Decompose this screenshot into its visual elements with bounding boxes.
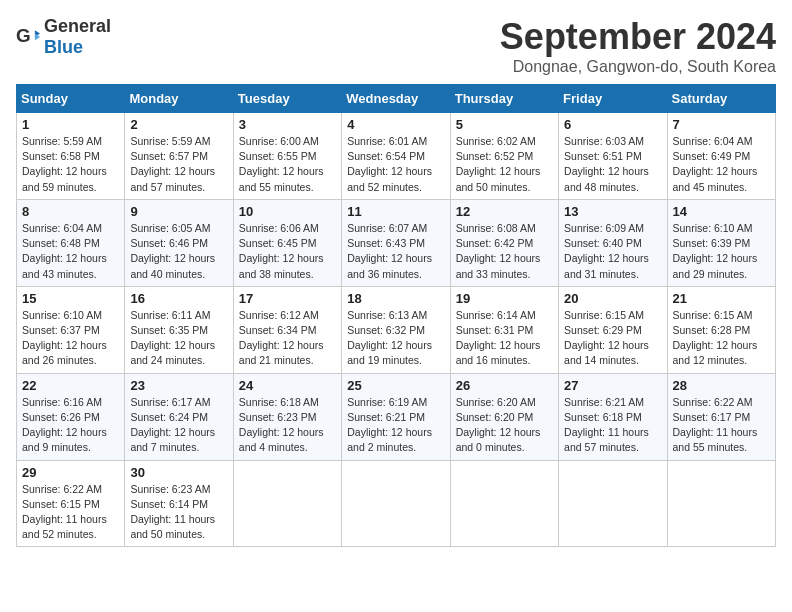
logo-icon: G bbox=[16, 25, 40, 49]
calendar-cell: 11Sunrise: 6:07 AMSunset: 6:43 PMDayligh… bbox=[342, 199, 450, 286]
calendar-cell: 13Sunrise: 6:09 AMSunset: 6:40 PMDayligh… bbox=[559, 199, 667, 286]
day-number: 1 bbox=[22, 117, 119, 132]
day-number: 21 bbox=[673, 291, 770, 306]
day-info: Sunrise: 6:04 AMSunset: 6:48 PMDaylight:… bbox=[22, 221, 119, 282]
calendar-cell: 26Sunrise: 6:20 AMSunset: 6:20 PMDayligh… bbox=[450, 373, 558, 460]
day-info: Sunrise: 6:18 AMSunset: 6:23 PMDaylight:… bbox=[239, 395, 336, 456]
day-number: 12 bbox=[456, 204, 553, 219]
day-info: Sunrise: 6:01 AMSunset: 6:54 PMDaylight:… bbox=[347, 134, 444, 195]
day-info: Sunrise: 6:23 AMSunset: 6:14 PMDaylight:… bbox=[130, 482, 227, 543]
calendar-cell bbox=[667, 460, 775, 547]
day-number: 24 bbox=[239, 378, 336, 393]
svg-text:G: G bbox=[16, 25, 31, 46]
calendar-cell bbox=[342, 460, 450, 547]
calendar-cell: 23Sunrise: 6:17 AMSunset: 6:24 PMDayligh… bbox=[125, 373, 233, 460]
day-number: 6 bbox=[564, 117, 661, 132]
month-title: September 2024 bbox=[500, 16, 776, 58]
calendar-cell: 7Sunrise: 6:04 AMSunset: 6:49 PMDaylight… bbox=[667, 113, 775, 200]
column-header-thursday: Thursday bbox=[450, 85, 558, 113]
day-number: 20 bbox=[564, 291, 661, 306]
day-number: 29 bbox=[22, 465, 119, 480]
day-number: 28 bbox=[673, 378, 770, 393]
day-info: Sunrise: 6:09 AMSunset: 6:40 PMDaylight:… bbox=[564, 221, 661, 282]
column-header-sunday: Sunday bbox=[17, 85, 125, 113]
day-info: Sunrise: 6:10 AMSunset: 6:37 PMDaylight:… bbox=[22, 308, 119, 369]
calendar-week-3: 15Sunrise: 6:10 AMSunset: 6:37 PMDayligh… bbox=[17, 286, 776, 373]
column-header-monday: Monday bbox=[125, 85, 233, 113]
calendar-cell: 29Sunrise: 6:22 AMSunset: 6:15 PMDayligh… bbox=[17, 460, 125, 547]
day-number: 13 bbox=[564, 204, 661, 219]
calendar-cell bbox=[450, 460, 558, 547]
calendar-header-row: SundayMondayTuesdayWednesdayThursdayFrid… bbox=[17, 85, 776, 113]
day-number: 19 bbox=[456, 291, 553, 306]
day-number: 3 bbox=[239, 117, 336, 132]
calendar-cell: 9Sunrise: 6:05 AMSunset: 6:46 PMDaylight… bbox=[125, 199, 233, 286]
day-info: Sunrise: 6:15 AMSunset: 6:28 PMDaylight:… bbox=[673, 308, 770, 369]
calendar-cell: 10Sunrise: 6:06 AMSunset: 6:45 PMDayligh… bbox=[233, 199, 341, 286]
day-info: Sunrise: 6:12 AMSunset: 6:34 PMDaylight:… bbox=[239, 308, 336, 369]
day-info: Sunrise: 6:17 AMSunset: 6:24 PMDaylight:… bbox=[130, 395, 227, 456]
calendar-cell: 12Sunrise: 6:08 AMSunset: 6:42 PMDayligh… bbox=[450, 199, 558, 286]
day-number: 17 bbox=[239, 291, 336, 306]
calendar-cell: 22Sunrise: 6:16 AMSunset: 6:26 PMDayligh… bbox=[17, 373, 125, 460]
column-header-wednesday: Wednesday bbox=[342, 85, 450, 113]
calendar-cell: 19Sunrise: 6:14 AMSunset: 6:31 PMDayligh… bbox=[450, 286, 558, 373]
calendar-cell: 28Sunrise: 6:22 AMSunset: 6:17 PMDayligh… bbox=[667, 373, 775, 460]
column-header-saturday: Saturday bbox=[667, 85, 775, 113]
calendar-cell: 24Sunrise: 6:18 AMSunset: 6:23 PMDayligh… bbox=[233, 373, 341, 460]
day-number: 26 bbox=[456, 378, 553, 393]
day-number: 7 bbox=[673, 117, 770, 132]
calendar-week-4: 22Sunrise: 6:16 AMSunset: 6:26 PMDayligh… bbox=[17, 373, 776, 460]
calendar-cell: 5Sunrise: 6:02 AMSunset: 6:52 PMDaylight… bbox=[450, 113, 558, 200]
day-info: Sunrise: 6:08 AMSunset: 6:42 PMDaylight:… bbox=[456, 221, 553, 282]
day-number: 18 bbox=[347, 291, 444, 306]
day-info: Sunrise: 6:07 AMSunset: 6:43 PMDaylight:… bbox=[347, 221, 444, 282]
calendar-cell: 6Sunrise: 6:03 AMSunset: 6:51 PMDaylight… bbox=[559, 113, 667, 200]
title-area: September 2024 Dongnae, Gangwon-do, Sout… bbox=[500, 16, 776, 76]
day-number: 10 bbox=[239, 204, 336, 219]
day-info: Sunrise: 5:59 AMSunset: 6:58 PMDaylight:… bbox=[22, 134, 119, 195]
day-number: 11 bbox=[347, 204, 444, 219]
calendar-cell: 18Sunrise: 6:13 AMSunset: 6:32 PMDayligh… bbox=[342, 286, 450, 373]
day-info: Sunrise: 6:02 AMSunset: 6:52 PMDaylight:… bbox=[456, 134, 553, 195]
day-info: Sunrise: 6:03 AMSunset: 6:51 PMDaylight:… bbox=[564, 134, 661, 195]
day-info: Sunrise: 5:59 AMSunset: 6:57 PMDaylight:… bbox=[130, 134, 227, 195]
calendar-cell: 1Sunrise: 5:59 AMSunset: 6:58 PMDaylight… bbox=[17, 113, 125, 200]
logo: G General Blue bbox=[16, 16, 111, 58]
day-number: 15 bbox=[22, 291, 119, 306]
day-info: Sunrise: 6:04 AMSunset: 6:49 PMDaylight:… bbox=[673, 134, 770, 195]
day-info: Sunrise: 6:00 AMSunset: 6:55 PMDaylight:… bbox=[239, 134, 336, 195]
day-number: 30 bbox=[130, 465, 227, 480]
header: G General Blue September 2024 Dongnae, G… bbox=[16, 16, 776, 76]
day-info: Sunrise: 6:13 AMSunset: 6:32 PMDaylight:… bbox=[347, 308, 444, 369]
calendar-cell bbox=[233, 460, 341, 547]
day-number: 2 bbox=[130, 117, 227, 132]
calendar-body: 1Sunrise: 5:59 AMSunset: 6:58 PMDaylight… bbox=[17, 113, 776, 547]
day-info: Sunrise: 6:19 AMSunset: 6:21 PMDaylight:… bbox=[347, 395, 444, 456]
day-info: Sunrise: 6:05 AMSunset: 6:46 PMDaylight:… bbox=[130, 221, 227, 282]
day-number: 27 bbox=[564, 378, 661, 393]
calendar-cell: 8Sunrise: 6:04 AMSunset: 6:48 PMDaylight… bbox=[17, 199, 125, 286]
day-info: Sunrise: 6:22 AMSunset: 6:17 PMDaylight:… bbox=[673, 395, 770, 456]
location-title: Dongnae, Gangwon-do, South Korea bbox=[500, 58, 776, 76]
calendar-cell: 14Sunrise: 6:10 AMSunset: 6:39 PMDayligh… bbox=[667, 199, 775, 286]
calendar-cell: 25Sunrise: 6:19 AMSunset: 6:21 PMDayligh… bbox=[342, 373, 450, 460]
day-info: Sunrise: 6:21 AMSunset: 6:18 PMDaylight:… bbox=[564, 395, 661, 456]
calendar-week-5: 29Sunrise: 6:22 AMSunset: 6:15 PMDayligh… bbox=[17, 460, 776, 547]
calendar-cell: 20Sunrise: 6:15 AMSunset: 6:29 PMDayligh… bbox=[559, 286, 667, 373]
column-header-friday: Friday bbox=[559, 85, 667, 113]
calendar-table: SundayMondayTuesdayWednesdayThursdayFrid… bbox=[16, 84, 776, 547]
calendar-cell: 21Sunrise: 6:15 AMSunset: 6:28 PMDayligh… bbox=[667, 286, 775, 373]
day-info: Sunrise: 6:11 AMSunset: 6:35 PMDaylight:… bbox=[130, 308, 227, 369]
calendar-week-1: 1Sunrise: 5:59 AMSunset: 6:58 PMDaylight… bbox=[17, 113, 776, 200]
day-number: 4 bbox=[347, 117, 444, 132]
day-info: Sunrise: 6:10 AMSunset: 6:39 PMDaylight:… bbox=[673, 221, 770, 282]
day-number: 16 bbox=[130, 291, 227, 306]
day-info: Sunrise: 6:20 AMSunset: 6:20 PMDaylight:… bbox=[456, 395, 553, 456]
day-number: 9 bbox=[130, 204, 227, 219]
calendar-cell: 16Sunrise: 6:11 AMSunset: 6:35 PMDayligh… bbox=[125, 286, 233, 373]
calendar-cell: 4Sunrise: 6:01 AMSunset: 6:54 PMDaylight… bbox=[342, 113, 450, 200]
day-number: 22 bbox=[22, 378, 119, 393]
day-info: Sunrise: 6:14 AMSunset: 6:31 PMDaylight:… bbox=[456, 308, 553, 369]
calendar-cell: 2Sunrise: 5:59 AMSunset: 6:57 PMDaylight… bbox=[125, 113, 233, 200]
